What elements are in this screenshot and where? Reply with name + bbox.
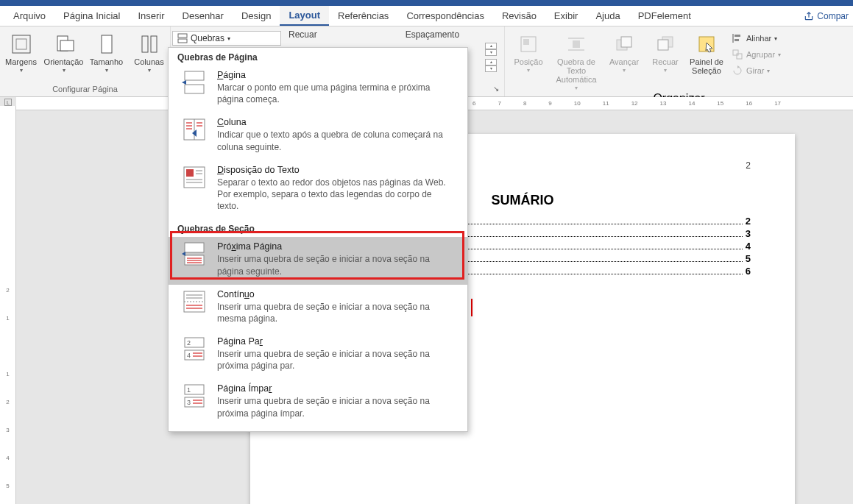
avancar-button[interactable]: Avançar▾ xyxy=(605,29,643,92)
break-disposicao-texto[interactable]: Disposição do TextoSeparar o texto ao re… xyxy=(169,160,467,220)
break-pagina[interactable]: PáginaMarcar o ponto em que uma página t… xyxy=(169,65,467,113)
tab-referencias[interactable]: Referências xyxy=(329,6,397,26)
menu-bar: Arquivo Página Inicial Inserir Desenhar … xyxy=(0,6,853,26)
tab-pagina-inicial[interactable]: Página Inicial xyxy=(54,6,129,26)
svg-rect-5 xyxy=(142,36,148,52)
tab-design[interactable]: Design xyxy=(233,6,280,26)
quebras-dropdown: Quebras de Página PáginaMarcar o ponto e… xyxy=(168,47,468,432)
item-title: Contínuo xyxy=(217,289,453,299)
selection-pane-icon xyxy=(695,32,718,56)
item-desc: Indicar que o texto após a quebra de col… xyxy=(217,129,453,152)
svg-text:3: 3 xyxy=(187,399,191,406)
bring-forward-icon xyxy=(612,32,636,56)
colunas-button[interactable]: Colunas▾ xyxy=(130,29,169,74)
chevron-down-icon: ▾ xyxy=(227,35,230,42)
break-pagina-par[interactable]: 24 Página ParInserir uma quebra de seção… xyxy=(169,332,467,379)
svg-rect-10 xyxy=(523,39,529,45)
text-cursor xyxy=(471,299,472,316)
text-wrap-icon xyxy=(564,32,588,56)
tab-desenhar[interactable]: Desenhar xyxy=(174,6,233,26)
tab-inserir[interactable]: Inserir xyxy=(129,6,173,26)
tab-correspondencias[interactable]: Correspondências xyxy=(397,6,493,26)
margens-label: Margens xyxy=(5,57,37,66)
recuar-arrange-button[interactable]: Recuar▾ xyxy=(646,29,684,92)
orientation-icon xyxy=(52,32,76,56)
quebras-button[interactable]: Quebras ▾ xyxy=(172,31,281,46)
svg-rect-21 xyxy=(735,39,739,41)
break-continuo[interactable]: ContínuoInserir uma quebra de seção e in… xyxy=(169,285,467,332)
breaks-icon xyxy=(177,33,188,43)
share-button[interactable]: Compar xyxy=(804,11,849,21)
vertical-ruler[interactable]: 2 1 1 2 3 4 5 xyxy=(0,106,16,504)
continuous-section-icon xyxy=(182,289,207,314)
tab-arquivo[interactable]: Arquivo xyxy=(4,6,54,26)
girar-button[interactable]: Girar▾ xyxy=(729,63,784,78)
agrupar-button[interactable]: Agrupar▾ xyxy=(729,47,784,62)
margens-button[interactable]: Margens▾ xyxy=(2,29,40,74)
posicao-button[interactable]: Posição▾ xyxy=(509,29,548,92)
column-break-icon xyxy=(182,117,207,142)
next-page-section-icon xyxy=(182,241,207,266)
item-title: Próxima Página xyxy=(217,241,453,252)
page-break-icon xyxy=(182,70,207,95)
svg-rect-17 xyxy=(658,40,668,50)
paragraph-dialog-launcher[interactable]: ↘ xyxy=(491,83,501,93)
tab-exibir[interactable]: Exibir xyxy=(545,6,587,26)
svg-text:4: 4 xyxy=(187,352,191,359)
item-title: Disposição do Texto xyxy=(217,165,453,175)
tab-pdfelement[interactable]: PDFelement xyxy=(629,6,700,26)
svg-rect-8 xyxy=(178,39,187,43)
svg-rect-3 xyxy=(60,40,74,51)
break-proxima-pagina[interactable]: Próxima PáginaInserir uma quebra de seçã… xyxy=(169,237,467,284)
svg-rect-0 xyxy=(13,35,30,53)
share-icon xyxy=(804,11,814,21)
tab-selector[interactable]: L xyxy=(4,99,12,106)
spacing-spinner-2[interactable]: ▴▾ xyxy=(485,59,497,72)
colunas-label: Colunas xyxy=(134,57,163,66)
break-pagina-impar[interactable]: 13 Página ÍmparInserir uma quebra de seç… xyxy=(169,379,467,426)
break-coluna[interactable]: ColunaIndicar que o texto após a quebra … xyxy=(169,113,467,160)
quebra-texto-button[interactable]: Quebra de Texto Automática▾ xyxy=(551,29,602,92)
alinhar-button[interactable]: Alinhar▾ xyxy=(729,31,784,46)
item-desc: Inserir uma quebra de seção e iniciar a … xyxy=(217,301,453,324)
svg-text:1: 1 xyxy=(187,386,191,394)
painel-selecao-button[interactable]: Painel de Seleção xyxy=(687,29,726,92)
chevron-down-icon: ▾ xyxy=(148,68,151,74)
orientacao-button[interactable]: Orientação▾ xyxy=(45,29,83,74)
girar-label: Girar xyxy=(746,66,764,75)
svg-rect-22 xyxy=(733,50,738,55)
chevron-down-icon: ▾ xyxy=(20,68,23,74)
columns-icon xyxy=(138,32,161,56)
item-desc: Marcar o ponto em que uma página termina… xyxy=(217,82,453,105)
page-setup-group-label: Configurar Página xyxy=(52,83,118,96)
recuar-arrange-label: Recuar xyxy=(652,57,678,66)
quebra-texto-label: Quebra de Texto Automática xyxy=(551,57,602,84)
svg-rect-11 xyxy=(573,40,580,48)
item-title: Página xyxy=(217,70,453,80)
tab-revisao[interactable]: Revisão xyxy=(493,6,545,26)
spacing-spinner[interactable]: ▴▾ xyxy=(485,43,497,56)
svg-rect-4 xyxy=(102,35,112,53)
svg-rect-1 xyxy=(16,39,26,49)
orientacao-label: Orientação xyxy=(44,57,84,66)
recuar-label: Recuar xyxy=(289,29,317,40)
painel-selecao-label: Painel de Seleção xyxy=(687,57,726,75)
quebras-label: Quebras xyxy=(191,33,224,43)
rotate-icon xyxy=(732,65,743,77)
svg-rect-20 xyxy=(735,35,740,37)
group-icon xyxy=(732,49,743,60)
tamanho-button[interactable]: Tamanho▾ xyxy=(88,29,126,74)
tab-ajuda[interactable]: Ajuda xyxy=(587,6,629,26)
dropdown-section-header: Quebras de Seção xyxy=(169,219,467,237)
page-number: 2 xyxy=(746,160,751,171)
svg-rect-23 xyxy=(737,54,742,59)
title-bar xyxy=(0,0,853,6)
tab-layout[interactable]: Layout xyxy=(280,6,329,26)
posicao-label: Posição xyxy=(514,57,542,66)
svg-rect-25 xyxy=(185,85,204,93)
svg-rect-7 xyxy=(178,34,187,38)
item-desc: Inserir uma quebra de seção e iniciar a … xyxy=(217,395,453,419)
svg-rect-24 xyxy=(185,71,204,80)
chevron-down-icon: ▾ xyxy=(105,68,108,74)
page-size-icon xyxy=(95,32,118,56)
